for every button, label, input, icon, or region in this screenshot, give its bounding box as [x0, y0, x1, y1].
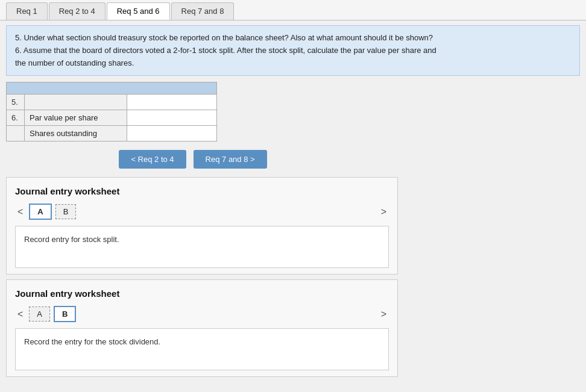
info-line1: 5. Under what section should treasury st… — [15, 33, 433, 42]
journal2-prev-icon[interactable]: < — [15, 308, 25, 321]
journal2-title: Journal entry worksheet — [15, 288, 389, 299]
row1-num: 5. — [7, 95, 25, 110]
row3-value[interactable] — [127, 126, 216, 142]
journal1-tab-A[interactable]: A — [29, 204, 51, 220]
journal1-content: Record entry for stock split. — [15, 226, 389, 268]
table-header — [7, 82, 217, 95]
table-row: 6. Par value per share — [7, 110, 217, 126]
row2-num: 6. — [7, 110, 25, 126]
prev-button[interactable]: < Req 2 to 4 — [119, 150, 186, 169]
row2-value[interactable] — [127, 110, 216, 126]
tabs-bar: Req 1 Req 2 to 4 Req 5 and 6 Req 7 and 8 — [0, 0, 586, 20]
row1-value[interactable] — [127, 95, 216, 110]
tab-req1[interactable]: Req 1 — [6, 2, 48, 20]
journal-section-1: Journal entry worksheet < A B > Record e… — [6, 177, 398, 275]
journal2-tab-B[interactable]: B — [54, 306, 76, 322]
table-row: Shares outstanding — [7, 126, 217, 142]
row3-num — [7, 126, 25, 142]
info-box: 5. Under what section should treasury st… — [6, 25, 580, 76]
journal2-text: Record the entry for the stock dividend. — [24, 337, 160, 346]
journal-section-2: Journal entry worksheet < A B > Record t… — [6, 279, 398, 377]
row1-label — [24, 95, 127, 110]
row2-label: Par value per share — [24, 110, 127, 126]
journal2-tab-A[interactable]: A — [29, 306, 50, 322]
info-line2: 6. Assume that the board of directors vo… — [15, 46, 436, 55]
journal2-next-icon[interactable]: > — [379, 308, 389, 321]
journal1-text: Record entry for stock split. — [24, 235, 119, 244]
next-button[interactable]: Req 7 and 8 > — [194, 150, 267, 169]
req-table: 5. 6. Par value per share Shares outstan… — [6, 82, 217, 142]
table-row: 5. — [7, 95, 217, 110]
info-line3: the number of outstanding shares. — [15, 58, 134, 67]
row3-label: Shares outstanding — [24, 126, 127, 142]
tab-req2to4[interactable]: Req 2 to 4 — [49, 2, 106, 20]
journal2-nav: < A B > — [15, 306, 389, 322]
journal1-title: Journal entry worksheet — [15, 186, 389, 196]
journal1-nav: < A B > — [15, 204, 389, 220]
journal1-prev-icon[interactable]: < — [15, 205, 25, 219]
journal1-next-icon[interactable]: > — [379, 205, 389, 219]
nav-buttons: < Req 2 to 4 Req 7 and 8 > — [6, 150, 380, 169]
tab-req7and8[interactable]: Req 7 and 8 — [171, 2, 235, 20]
journal1-tab-B[interactable]: B — [55, 204, 77, 219]
tab-req5and6[interactable]: Req 5 and 6 — [107, 2, 170, 20]
table-section: 5. 6. Par value per share Shares outstan… — [6, 82, 580, 142]
journal2-content: Record the entry for the stock dividend. — [15, 328, 389, 370]
